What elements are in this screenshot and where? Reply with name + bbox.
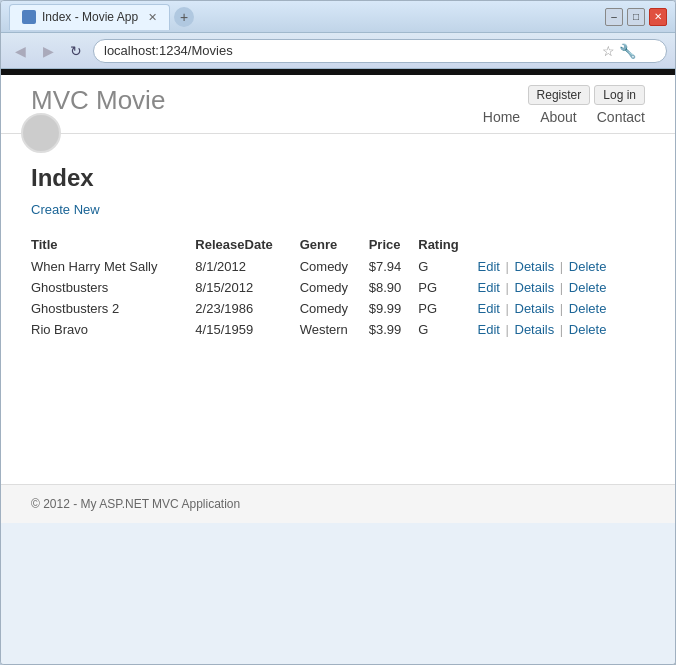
table-row: Ghostbusters8/15/2012Comedy$8.90PGEdit |… xyxy=(31,277,645,298)
col-releasedate: ReleaseDate xyxy=(195,233,299,256)
auth-buttons: Register Log in xyxy=(528,85,645,105)
cell-price: $3.99 xyxy=(369,319,419,340)
action-separator: | xyxy=(556,322,567,337)
action-delete-link[interactable]: Delete xyxy=(569,280,607,295)
url-text: localhost:1234/Movies xyxy=(104,43,233,58)
cell-actions: Edit | Details | Delete xyxy=(477,256,645,277)
create-new-link[interactable]: Create New xyxy=(31,202,100,217)
star-icon[interactable]: ☆ xyxy=(602,43,615,59)
col-title: Title xyxy=(31,233,195,256)
main-nav: Home About Contact xyxy=(483,109,645,133)
main-content: Index Create New Title ReleaseDate Genre… xyxy=(1,134,675,484)
wrench-icon[interactable]: 🔧 xyxy=(619,43,636,59)
cell-actions: Edit | Details | Delete xyxy=(477,298,645,319)
action-separator: | xyxy=(502,280,513,295)
nav-home[interactable]: Home xyxy=(483,109,520,133)
forward-button[interactable]: ▶ xyxy=(37,40,59,62)
back-button[interactable]: ◀ xyxy=(9,40,31,62)
cell-releasedate: 2/23/1986 xyxy=(195,298,299,319)
cell-releasedate: 8/15/2012 xyxy=(195,277,299,298)
action-details-link[interactable]: Details xyxy=(515,301,555,316)
browser-tab[interactable]: Index - Movie App ✕ xyxy=(9,4,170,30)
col-genre: Genre xyxy=(300,233,369,256)
action-separator: | xyxy=(556,259,567,274)
action-separator: | xyxy=(556,301,567,316)
action-edit-link[interactable]: Edit xyxy=(477,322,499,337)
action-delete-link[interactable]: Delete xyxy=(569,259,607,274)
cell-releasedate: 8/1/2012 xyxy=(195,256,299,277)
col-actions xyxy=(477,233,645,256)
cell-rating: G xyxy=(418,319,477,340)
login-button[interactable]: Log in xyxy=(594,85,645,105)
cell-actions: Edit | Details | Delete xyxy=(477,277,645,298)
browser-window: Index - Movie App ✕ + – □ ✕ ◀ ▶ ↻ localh… xyxy=(0,0,676,665)
minimize-button[interactable]: – xyxy=(605,8,623,26)
action-edit-link[interactable]: Edit xyxy=(477,259,499,274)
cell-price: $9.99 xyxy=(369,298,419,319)
cell-genre: Western xyxy=(300,319,369,340)
maximize-button[interactable]: □ xyxy=(627,8,645,26)
header-right: Register Log in Home About Contact xyxy=(483,85,645,133)
action-edit-link[interactable]: Edit xyxy=(477,301,499,316)
header-top: MVC Movie Register Log in Home About Con… xyxy=(31,85,645,133)
col-price: Price xyxy=(369,233,419,256)
cell-price: $7.94 xyxy=(369,256,419,277)
nav-contact[interactable]: Contact xyxy=(597,109,645,133)
page-content-area: MVC Movie Register Log in Home About Con… xyxy=(1,69,675,665)
close-button[interactable]: ✕ xyxy=(649,8,667,26)
action-separator: | xyxy=(502,301,513,316)
tab-close-button[interactable]: ✕ xyxy=(148,11,157,24)
table-row: Ghostbusters 22/23/1986Comedy$9.99PGEdit… xyxy=(31,298,645,319)
action-details-link[interactable]: Details xyxy=(515,280,555,295)
col-rating: Rating xyxy=(418,233,477,256)
tab-title: Index - Movie App xyxy=(42,10,138,24)
avatar xyxy=(21,113,61,153)
footer-text: © 2012 - My ASP.NET MVC Application xyxy=(31,497,240,511)
new-tab-button[interactable]: + xyxy=(174,7,194,27)
address-icons: ☆ 🔧 xyxy=(602,43,636,59)
addressbar: ◀ ▶ ↻ localhost:1234/Movies ☆ 🔧 xyxy=(1,33,675,69)
action-delete-link[interactable]: Delete xyxy=(569,301,607,316)
cell-genre: Comedy xyxy=(300,256,369,277)
cell-title: Ghostbusters xyxy=(31,277,195,298)
table-row: Rio Bravo4/15/1959Western$3.99GEdit | De… xyxy=(31,319,645,340)
site-footer: © 2012 - My ASP.NET MVC Application xyxy=(1,484,675,523)
cell-genre: Comedy xyxy=(300,298,369,319)
cell-rating: PG xyxy=(418,277,477,298)
movies-table: Title ReleaseDate Genre Price Rating Whe… xyxy=(31,233,645,340)
action-delete-link[interactable]: Delete xyxy=(569,322,607,337)
action-separator: | xyxy=(502,322,513,337)
register-button[interactable]: Register xyxy=(528,85,591,105)
action-separator: | xyxy=(556,280,567,295)
action-details-link[interactable]: Details xyxy=(515,259,555,274)
table-row: When Harry Met Sally8/1/2012Comedy$7.94G… xyxy=(31,256,645,277)
refresh-button[interactable]: ↻ xyxy=(65,40,87,62)
page-heading: Index xyxy=(31,164,645,192)
cell-actions: Edit | Details | Delete xyxy=(477,319,645,340)
nav-about[interactable]: About xyxy=(540,109,577,133)
action-edit-link[interactable]: Edit xyxy=(477,280,499,295)
address-bar[interactable]: localhost:1234/Movies ☆ 🔧 xyxy=(93,39,667,63)
action-separator: | xyxy=(502,259,513,274)
window-controls: – □ ✕ xyxy=(605,8,667,26)
cell-rating: G xyxy=(418,256,477,277)
cell-title: Rio Bravo xyxy=(31,319,195,340)
avatar-area xyxy=(21,113,61,153)
cell-title: When Harry Met Sally xyxy=(31,256,195,277)
table-header-row: Title ReleaseDate Genre Price Rating xyxy=(31,233,645,256)
cell-rating: PG xyxy=(418,298,477,319)
titlebar: Index - Movie App ✕ + – □ ✕ xyxy=(1,1,675,33)
site-header: MVC Movie Register Log in Home About Con… xyxy=(1,75,675,134)
tab-favicon xyxy=(22,10,36,24)
cell-price: $8.90 xyxy=(369,277,419,298)
cell-genre: Comedy xyxy=(300,277,369,298)
cell-releasedate: 4/15/1959 xyxy=(195,319,299,340)
action-details-link[interactable]: Details xyxy=(515,322,555,337)
cell-title: Ghostbusters 2 xyxy=(31,298,195,319)
